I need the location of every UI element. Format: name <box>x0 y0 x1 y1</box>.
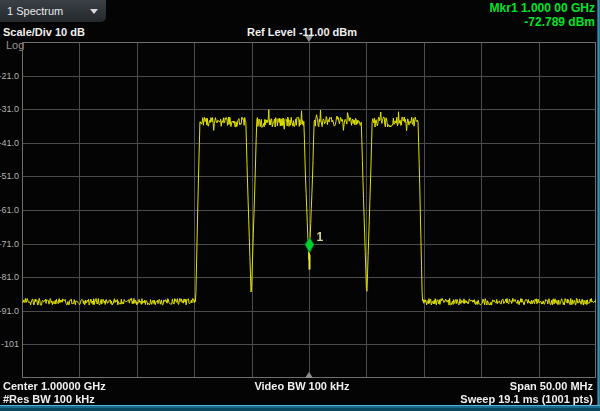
y-axis-label: -91.0 <box>0 306 19 316</box>
spectrum-display[interactable] <box>22 42 596 378</box>
center-freq-indicator-bottom-icon <box>305 372 313 378</box>
y-axis-label: -71.0 <box>0 239 19 249</box>
y-axis-label: -101 <box>1 339 19 349</box>
chevron-down-icon <box>90 9 98 14</box>
y-axis-label: -61.0 <box>0 205 19 215</box>
trace-selector-dropdown[interactable]: 1 Spectrum <box>0 0 106 22</box>
spectrum-analyzer-window: 1 Spectrum Scale/Div 10 dB Log Ref Level… <box>0 0 600 411</box>
marker-readout-amplitude: -72.789 dBm <box>490 15 595 29</box>
graticule-area <box>22 42 596 378</box>
ref-level-annotation[interactable]: Ref Level -11.00 dBm <box>160 26 444 38</box>
center-freq-annotation[interactable]: Center 1.00000 GHz <box>3 380 106 392</box>
y-axis-label: -51.0 <box>0 171 19 181</box>
center-freq-indicator-top-icon <box>305 36 313 42</box>
video-bw-annotation[interactable]: Video BW 100 kHz <box>160 380 444 392</box>
window-border-bottom <box>0 405 600 411</box>
res-bw-annotation[interactable]: #Res BW 100 kHz <box>3 393 95 405</box>
y-axis-labels: -21.0-31.0-41.0-51.0-61.0-71.0-81.0-91.0… <box>0 0 20 411</box>
span-annotation[interactable]: Span 50.00 MHz <box>510 380 593 392</box>
trace-selector-label: 1 Spectrum <box>0 5 90 17</box>
marker-readout-frequency: Mkr1 1.000 00 GHz <box>490 1 595 15</box>
marker-readout[interactable]: Mkr1 1.000 00 GHz -72.789 dBm <box>490 1 595 29</box>
y-axis-label: -21.0 <box>0 71 19 81</box>
y-axis-label: -31.0 <box>0 104 19 114</box>
y-axis-label: -81.0 <box>0 272 19 282</box>
y-axis-label: -41.0 <box>0 138 19 148</box>
scale-div-annotation[interactable]: Scale/Div 10 dB <box>3 26 85 38</box>
sweep-annotation[interactable]: Sweep 19.1 ms (1001 pts) <box>460 393 593 405</box>
